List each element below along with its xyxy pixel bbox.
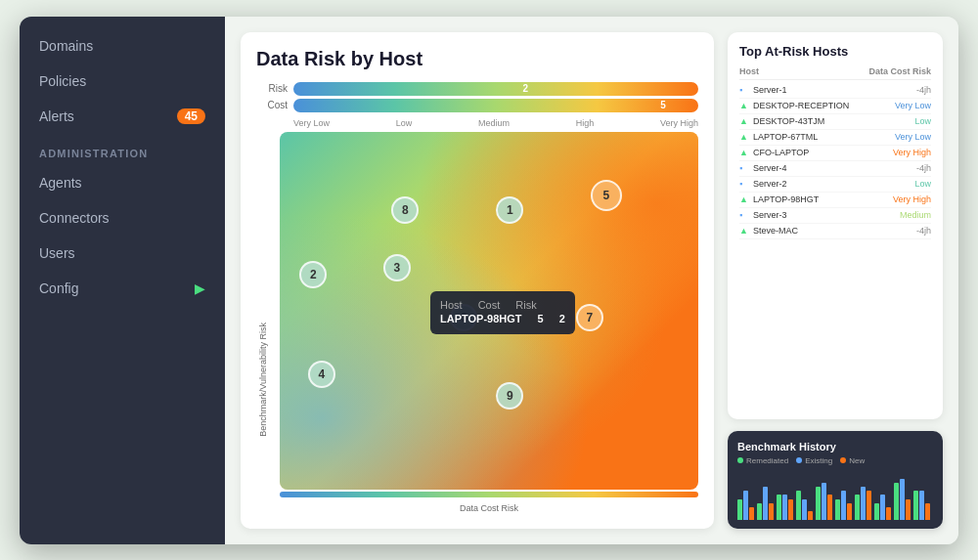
- bench-bar: [802, 499, 807, 520]
- sidebar-item-policies[interactable]: Policies: [20, 64, 225, 99]
- sidebar-label-config: Config: [39, 280, 78, 296]
- sidebar-label-domains: Domains: [39, 38, 93, 54]
- scale-label-item: Very High: [660, 118, 698, 128]
- at-risk-row[interactable]: ▪Server-2Low: [739, 177, 931, 193]
- risk-bar-number: 2: [523, 83, 529, 94]
- at-risk-row[interactable]: ▲CFO-LAPTOPVery High: [739, 146, 931, 161]
- bubble-b8[interactable]: 4: [308, 361, 335, 388]
- bubble-b4[interactable]: 2: [299, 261, 327, 288]
- at-risk-row[interactable]: ▲LAPTOP-98HGTVery High: [739, 193, 931, 208]
- bench-bar: [822, 483, 826, 520]
- host-icon-laptop: ▲: [739, 226, 749, 236]
- sidebar-item-config[interactable]: Config▶: [20, 271, 225, 306]
- at-risk-row[interactable]: ▪Server-1-4jh: [739, 83, 931, 99]
- at-risk-rows: ▪Server-1-4jh▲DESKTOP-RECEPTIONVery Low▲…: [739, 83, 931, 239]
- cost-scale-row: Cost 5: [256, 99, 698, 112]
- bench-bar: [925, 503, 930, 520]
- bench-bar: [835, 499, 840, 520]
- sidebar-label-agents: Agents: [39, 175, 82, 191]
- host-risk: Low: [892, 179, 931, 189]
- host-risk: Very Low: [892, 132, 931, 142]
- bench-bar: [919, 491, 924, 519]
- content-area: Data Risk by Host Risk 2 Cost: [225, 17, 958, 544]
- top-at-risk-panel: Top At-Risk Hosts Host Data Cost Risk ▪S…: [728, 32, 943, 419]
- risk-scale-row: Risk 2: [256, 82, 698, 96]
- host-risk: -4jh: [892, 85, 931, 95]
- sidebar-item-domains[interactable]: Domains: [20, 28, 225, 64]
- col-host: Host: [739, 66, 759, 76]
- host-name: Server-2: [753, 179, 888, 189]
- host-risk: Very Low: [892, 101, 931, 110]
- host-icon-server: ▪: [739, 179, 749, 189]
- chevron-config: ▶: [195, 280, 205, 296]
- host-risk: Medium: [892, 210, 931, 220]
- at-risk-row[interactable]: ▪Server-4-4jh: [739, 161, 931, 177]
- sidebar-admin-items: AgentsConnectorsUsersConfig▶: [20, 165, 225, 306]
- host-icon-laptop: ▲: [739, 194, 749, 204]
- host-icon-server: ▪: [739, 163, 749, 173]
- bubble-b7[interactable]: 7: [576, 304, 603, 331]
- host-icon-laptop: ▲: [739, 148, 749, 157]
- sidebar-item-agents[interactable]: Agents: [20, 165, 225, 200]
- bench-bar-group: [737, 491, 754, 519]
- tooltip-host-label: Host: [440, 299, 463, 311]
- sidebar-item-users[interactable]: Users: [20, 236, 225, 271]
- tooltip-cost-label: Cost: [478, 299, 501, 311]
- bench-bar: [788, 499, 793, 520]
- x-axis-label: Data Cost Risk: [280, 503, 698, 513]
- host-icon-desktop: ▲: [739, 116, 749, 126]
- benchmark-legend: RemediatedExistingNew: [737, 456, 933, 465]
- bench-bar: [816, 487, 821, 520]
- bench-bar-group: [816, 483, 832, 520]
- bench-bar: [808, 511, 813, 519]
- bench-bar: [867, 491, 871, 519]
- host-risk: -4jh: [892, 226, 931, 236]
- badge-alerts: 45: [177, 108, 205, 124]
- cost-scale-label: Cost: [256, 100, 288, 110]
- sidebar-label-users: Users: [39, 245, 75, 261]
- host-name: Server-1: [753, 85, 888, 95]
- sidebar-item-alerts[interactable]: Alerts45: [20, 99, 225, 134]
- bench-bar: [763, 487, 768, 520]
- at-risk-row[interactable]: ▲DESKTOP-43TJMLow: [739, 114, 931, 130]
- bench-bar: [841, 491, 846, 519]
- cost-bar-container: 5: [293, 99, 698, 112]
- at-risk-row[interactable]: ▲Steve-MAC-4jh: [739, 224, 931, 239]
- bench-bar: [861, 487, 866, 520]
- tooltip-box: Host Cost Risk LAPTOP-98HGT 5 2: [430, 291, 575, 334]
- host-name: LAPTOP-67TML: [753, 132, 888, 142]
- tooltip-risk-value: 2: [559, 313, 565, 324]
- benchmark-chart: [737, 471, 933, 520]
- host-name: DESKTOP-RECEPTION: [753, 101, 888, 110]
- at-risk-table-header: Host Data Cost Risk: [739, 66, 931, 80]
- admin-section-header: Administration: [20, 134, 225, 165]
- app-container: DomainsPoliciesAlerts45 Administration A…: [20, 17, 958, 544]
- host-icon-desktop: ▲: [739, 101, 749, 110]
- chart-bg: 815236749 Host Cost Risk LAPTOP-98HGT 5 …: [280, 132, 698, 490]
- bench-bar-group: [835, 491, 852, 519]
- at-risk-row[interactable]: ▲DESKTOP-RECEPTIONVery Low: [739, 99, 931, 114]
- bench-bar: [900, 479, 905, 520]
- bench-bar-group: [777, 495, 793, 519]
- tooltip-risk-label: Risk: [515, 299, 536, 311]
- bench-bar: [782, 495, 787, 519]
- scale-label-item: High: [576, 118, 595, 128]
- bench-bar: [796, 491, 801, 519]
- cost-bar: 5: [293, 99, 698, 112]
- legend-item: Remediated: [737, 456, 788, 465]
- legend-label: Existing: [805, 456, 832, 465]
- sidebar-item-connectors[interactable]: Connectors: [20, 200, 225, 236]
- at-risk-row[interactable]: ▪Server-3Medium: [739, 208, 931, 224]
- legend-label: Remediated: [746, 456, 788, 465]
- at-risk-row[interactable]: ▲LAPTOP-67TMLVery Low: [739, 130, 931, 146]
- chart-area: 815236749 Host Cost Risk LAPTOP-98HGT 5 …: [280, 132, 698, 490]
- bench-bar-group: [913, 491, 930, 519]
- chart-wrapper: Benchmark/Vulnerability Risk 815236749 H…: [256, 132, 698, 513]
- main-content: Data Risk by Host Risk 2 Cost: [225, 17, 958, 544]
- bench-bar: [743, 491, 748, 519]
- bubble-b5[interactable]: 3: [383, 254, 411, 281]
- risk-scale-label: Risk: [256, 83, 288, 94]
- bubble-b3[interactable]: 5: [591, 180, 622, 211]
- host-name: Server-3: [753, 210, 888, 220]
- legend-dot: [796, 457, 802, 463]
